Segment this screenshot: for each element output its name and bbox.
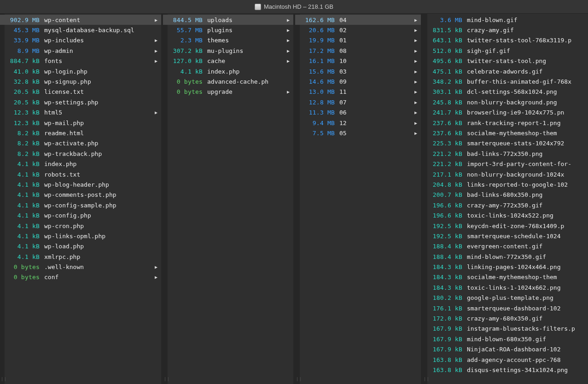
list-item[interactable]: 2.3 MBthemes▶ [163,35,293,46]
list-item[interactable]: 20.6 MB02▶ [295,25,421,35]
file-column[interactable]: 844.5 MBuploads▶55.7 MBplugins▶2.3 MBthe… [163,14,295,384]
list-item[interactable]: 163.8 kBadd-agency-account-ppc-768 [423,355,588,365]
file-name: uploads [207,17,293,23]
list-item[interactable]: 475.1 kBcelebrate-adwords.gif [423,66,588,76]
list-item[interactable]: 8.2 kBreadme.html [0,128,161,138]
list-item[interactable]: 4.1 kBindex.php [0,159,161,169]
list-item[interactable]: 180.2 kBgoogle-plus-template.png [423,293,588,303]
list-item[interactable]: 184.3 kBtoxic-links-1-1024x662.png [423,282,588,292]
list-item[interactable]: 167.9 kBNinjaCat-ROA-dashboard-102 [423,344,588,355]
list-item[interactable]: 225.3 kBsmarterqueue-stats-1024x792 [423,138,588,149]
list-item[interactable]: 4.1 kBindex.php [163,66,293,76]
chevron-right-icon: ▶ [414,38,417,43]
list-item[interactable]: 4.1 kBwp-load.php [0,241,161,252]
list-item[interactable]: 241.7 kBbrowserling-ie9-1024x775.pn [423,108,588,118]
list-item[interactable]: 19.9 MB01▶ [295,35,421,46]
list-item[interactable]: 4.1 kBwp-config-sample.php [0,200,161,210]
list-item[interactable]: 20.5 kBwp-settings.php [0,97,161,107]
file-column[interactable]: 3.6 MBmind-blown.gif831.5 kBcrazy-amy.gi… [423,14,588,384]
list-item[interactable]: 176.1 kBsmarterqueue-dashboard-102 [423,303,588,313]
list-item[interactable]: 17.2 MB08▶ [295,46,421,56]
file-size: 0 bytes [169,78,207,85]
list-item[interactable]: 172.0 kBcrazy-amy-680x350.gif [423,313,588,323]
list-item[interactable]: 0 bytesconf▶ [0,272,161,282]
list-item[interactable]: 4.1 kBrobots.txt [0,169,161,179]
column-resize-handle[interactable]: || [164,377,170,381]
list-item[interactable]: 4.1 kBwp-comments-post.php [0,190,161,200]
column-resize-handle[interactable]: || [296,377,302,381]
list-item[interactable]: 3.6 MBmind-blown.gif [423,15,588,25]
list-item[interactable]: 11.3 MB06▶ [295,108,421,118]
list-item[interactable]: 8.2 kBwp-trackback.php [0,149,161,159]
list-item[interactable]: 348.2 kBbuffer-this-animated-gif-768x [423,76,588,86]
list-item[interactable]: 12.8 MB07▶ [295,97,421,107]
list-item[interactable]: 184.3 kBsocialme-mythemeshop-them [423,272,588,282]
list-item[interactable]: 20.5 kBlicense.txt [0,87,161,97]
list-item[interactable]: 884.7 kBfonts▶ [0,56,161,66]
list-item[interactable]: 14.6 MB09▶ [295,76,421,86]
file-size: 19.9 MB [302,37,339,44]
file-name: wp-admin [44,47,161,54]
list-item[interactable]: 13.0 MB11▶ [295,87,421,97]
file-size: 8.2 kB [6,150,44,157]
list-item[interactable]: 4.1 kBwp-blog-header.php [0,179,161,189]
list-item[interactable]: 221.2 kBimport-3rd-party-content-for- [423,159,588,169]
list-item[interactable]: 200.7 kBbad-links-680x350.png [423,190,588,200]
list-item[interactable]: 192.5 kBkeycdn-edit-zone-768x1409.p [423,221,588,231]
list-item[interactable]: 127.0 kBcache▶ [163,56,293,66]
list-item[interactable]: 902.9 MBwp-content▶ [0,15,161,25]
file-name: 09 [339,78,421,85]
column-resize-handle[interactable]: || [424,377,430,381]
file-name: conf [44,274,161,281]
list-item[interactable]: 495.6 kBtwitter-stats-tool.png [423,56,588,66]
list-item[interactable]: 4.1 kBwp-cron.php [0,221,161,231]
list-item[interactable]: 163.8 kBdisqus-settings-341x1024.png [423,365,588,375]
list-item[interactable]: 237.6 kBsocialme-mythemeshop-them [423,128,588,138]
list-item[interactable]: 307.2 kBmu-plugins▶ [163,46,293,56]
file-size: 13.0 MB [302,88,339,95]
list-item[interactable]: 8.2 kBwp-activate.php [0,138,161,149]
list-item[interactable]: 221.2 kBbad-links-772x350.png [423,149,588,159]
list-item[interactable]: 32.8 kBwp-signup.php [0,76,161,86]
list-item[interactable]: 4.1 kBxmlrpc.php [0,252,161,262]
list-item[interactable]: 0 bytesupgrade▶ [163,87,293,97]
list-item[interactable]: 844.5 MBuploads▶ [163,15,293,25]
list-item[interactable]: 41.0 kBwp-login.php [0,66,161,76]
list-item[interactable]: 512.0 kBsigh-gif.gif [423,46,588,56]
list-item[interactable]: 0 bytes.well-known▶ [0,262,161,272]
list-item[interactable]: 303.1 kBdcl-settings-568x1024.png [423,87,588,97]
list-item[interactable]: 184.3 kBlinking-pages-1024x464.png [423,262,588,272]
window-titlebar[interactable]: Macintosh HD – 218.1 GB [0,0,588,14]
list-item[interactable]: 8.9 MBwp-admin▶ [0,46,161,56]
list-item[interactable]: 12.3 kBhtml5▶ [0,108,161,118]
chevron-right-icon: ▶ [287,89,290,94]
list-item[interactable]: 7.5 MB05▶ [295,128,421,138]
list-item[interactable]: 9.4 MB12▶ [295,118,421,128]
list-item[interactable]: 55.7 MBplugins▶ [163,25,293,35]
list-item[interactable]: 192.5 kBsmarterqueue-schedule-1024 [423,231,588,241]
list-item[interactable]: 16.1 MB10▶ [295,56,421,66]
list-item[interactable]: 4.1 kBwp-links-opml.php [0,231,161,241]
list-item[interactable]: 196.6 kBcrazy-amy-772x350.gif [423,200,588,210]
list-item[interactable]: 245.8 kBnon-blurry-background.png [423,97,588,107]
list-item[interactable]: 167.9 kBmind-blown-680x350.gif [423,334,588,344]
list-item[interactable]: 4.1 kBwp-config.php [0,210,161,220]
list-item[interactable]: 45.3 MBmysql-database-backup.sql [0,25,161,35]
list-item[interactable]: 15.6 MB03▶ [295,66,421,76]
list-item[interactable]: 167.9 kBinstagram-bluestacks-filters.p [423,324,588,334]
file-column[interactable]: 162.6 MB04▶20.6 MB02▶19.9 MB01▶17.2 MB08… [295,14,423,384]
list-item[interactable]: 33.9 MBwp-includes▶ [0,35,161,46]
column-resize-handle[interactable]: || [1,377,7,381]
list-item[interactable]: 162.6 MB04▶ [295,15,421,25]
list-item[interactable]: 831.5 kBcrazy-amy.gif [423,25,588,35]
list-item[interactable]: 217.1 kBnon-blurry-background-1024x [423,169,588,179]
list-item[interactable]: 188.4 kBmind-blown-772x350.gif [423,252,588,262]
list-item[interactable]: 0 bytesadvanced-cache.ph [163,76,293,86]
list-item[interactable]: 237.6 kBrank-tracking-report-1.png [423,118,588,128]
list-item[interactable]: 196.6 kBtoxic-links-1024x522.png [423,210,588,220]
list-item[interactable]: 204.8 kBlinks-reported-to-google-102 [423,179,588,189]
list-item[interactable]: 12.3 kBwp-mail.php [0,118,161,128]
list-item[interactable]: 188.4 kBevergreen-content.gif [423,241,588,252]
list-item[interactable]: 643.1 kBtwitter-stats-tool-768x3119.p [423,35,588,46]
file-column[interactable]: 902.9 MBwp-content▶45.3 MBmysql-database… [0,14,163,384]
